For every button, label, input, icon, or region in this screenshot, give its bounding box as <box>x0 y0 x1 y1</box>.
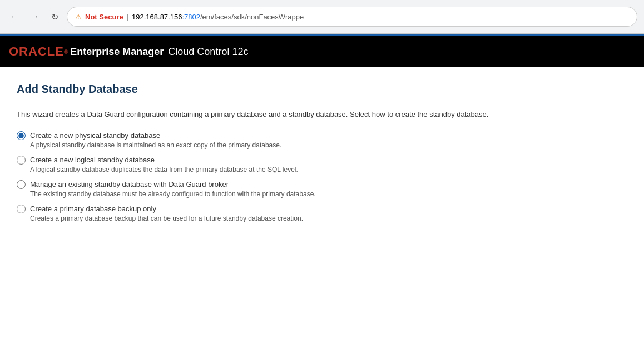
address-bar[interactable]: ⚠ Not Secure | 192.168.87.156:7802/em/fa… <box>67 7 637 27</box>
oracle-logo: ORACLE® Enterprise Manager Cloud Control… <box>9 44 248 59</box>
radio-input-3[interactable] <box>17 180 26 189</box>
radio-description-3: The existing standby database must be al… <box>30 190 627 198</box>
radio-option-2: Create a new logical standby databaseA l… <box>17 156 627 173</box>
radio-label-row-1: Create a new physical standby database <box>17 131 627 140</box>
cc-label: Cloud Control 12c <box>168 46 248 58</box>
page-title: Add Standby Database <box>17 83 627 96</box>
radio-option-4: Create a primary database backup onlyCre… <box>17 205 627 222</box>
radio-label-row-3: Manage an existing standby database with… <box>17 180 627 189</box>
address-separator: | <box>127 13 128 21</box>
url-port: :7802 <box>182 13 200 21</box>
radio-description-4: Creates a primary database backup that c… <box>30 215 627 222</box>
radio-option-1: Create a new physical standby databaseA … <box>17 131 627 149</box>
forward-button[interactable]: → <box>27 9 42 24</box>
radio-label-text-3: Manage an existing standby database with… <box>30 180 229 188</box>
back-button[interactable]: ← <box>7 9 22 24</box>
radio-input-4[interactable] <box>17 205 26 213</box>
radio-label-row-2: Create a new logical standby database <box>17 156 627 165</box>
radio-input-1[interactable] <box>17 131 26 140</box>
em-label: Enterprise Manager <box>70 46 164 58</box>
oracle-header: ORACLE® Enterprise Manager Cloud Control… <box>0 36 644 67</box>
address-url: 192.168.87.156:7802/em/faces/sdk/nonFace… <box>132 13 304 21</box>
main-content: Add Standby Database This wizard creates… <box>0 67 644 238</box>
url-host: 192.168.87.156 <box>132 13 182 21</box>
oracle-wordmark: ORACLE <box>9 44 64 59</box>
radio-option-3: Manage an existing standby database with… <box>17 180 627 198</box>
radio-description-2: A logical standby database duplicates th… <box>30 166 627 173</box>
browser-toolbar: ← → ↻ ⚠ Not Secure | 192.168.87.156:7802… <box>0 0 644 33</box>
warning-icon: ⚠ <box>75 13 82 21</box>
radio-label-text-4: Create a primary database backup only <box>30 205 156 213</box>
radio-label-text-2: Create a new logical standby database <box>30 156 155 164</box>
reload-button[interactable]: ↻ <box>47 9 62 24</box>
not-secure-label: Not Secure <box>85 13 123 21</box>
oracle-registered: ® <box>64 49 68 55</box>
radio-description-1: A physical standby database is maintaine… <box>30 141 627 149</box>
radio-group: Create a new physical standby databaseA … <box>17 131 627 222</box>
radio-label-row-4: Create a primary database backup only <box>17 205 627 213</box>
browser-chrome: ← → ↻ ⚠ Not Secure | 192.168.87.156:7802… <box>0 0 644 34</box>
radio-input-2[interactable] <box>17 156 26 165</box>
url-path: /em/faces/sdk/nonFacesWrappe <box>200 13 304 21</box>
page-description: This wizard creates a Data Guard configu… <box>17 109 627 120</box>
radio-label-text-1: Create a new physical standby database <box>30 131 160 140</box>
